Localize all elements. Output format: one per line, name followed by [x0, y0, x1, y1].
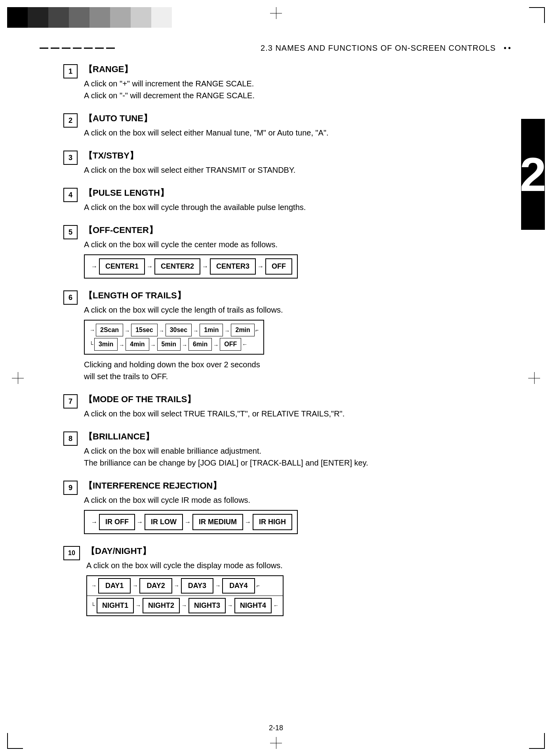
ir-medium: IR MEDIUM	[192, 514, 243, 530]
section-txstby: 3 【TX/STBY】 A click on the box will sele…	[63, 150, 512, 176]
night1: NIGHT1	[97, 598, 134, 613]
section-body-mode-trails: A click on the box will select TRUE TRAI…	[84, 408, 512, 420]
trails-off: OFF	[220, 338, 241, 351]
section-mode-trails: 7 【MODE OF THE TRAILS】 A click on the bo…	[63, 393, 512, 420]
section-body-daynight: A click on the box will cycle the displa…	[86, 559, 512, 616]
section-num-7: 7	[63, 394, 78, 409]
day1: DAY1	[98, 578, 131, 594]
night-row: └ NIGHT1 → NIGHT2 → NIGHT3 → NIGHT4 ←	[87, 596, 283, 615]
section-num-5: 5	[63, 225, 78, 239]
header-dots: ••	[504, 44, 512, 53]
chapter-badge: 2	[521, 119, 545, 230]
arrow-t6	[149, 338, 157, 350]
ir-line1: A click on the box will cycle IR mode as…	[84, 494, 512, 506]
pulse-line1: A click on the box will cycle through th…	[84, 201, 512, 213]
section-offcenter: 5 【OFF-CENTER】 A click on the box will c…	[63, 224, 512, 279]
arrow-before-ir-off	[91, 517, 97, 527]
main-content: 1 【RANGE】 A click on "+" will increment …	[63, 63, 512, 627]
section-body-autotune: A click on the box will select either Ma…	[84, 127, 512, 139]
corner-mark-bl	[7, 733, 23, 749]
section-content-5: 【OFF-CENTER】 A click on the box will cyc…	[84, 224, 512, 279]
crosshair-left	[12, 372, 24, 384]
trails-4min: 4min	[126, 338, 149, 351]
day-row: → DAY1 → DAY2 → DAY3 → DAY4 ⌐	[87, 576, 283, 596]
night4: NIGHT4	[234, 598, 272, 613]
section-content-8: 【BRILLIANCE】 A click on the box will ena…	[84, 431, 512, 469]
txstby-line1: A click on the box will select either TR…	[84, 164, 512, 176]
arrow-t4	[223, 324, 231, 336]
section-ir: 9 【INTERFERENCE REJECTION】 A click on th…	[63, 480, 512, 534]
section-title-trails: 【LENGTH OF TRAILS】	[84, 290, 512, 302]
arrow-center3-off	[257, 262, 264, 271]
color-block-1	[7, 7, 28, 28]
trails-line1: A click on the box will cycle the length…	[84, 304, 512, 316]
section-num-1: 1	[63, 64, 78, 78]
arrow-t1	[123, 324, 131, 336]
mode-trails-line1: A click on the box will select TRUE TRAI…	[84, 408, 512, 420]
section-title-range: 【RANGE】	[84, 63, 512, 75]
color-block-8	[151, 7, 172, 28]
section-num-3: 3	[63, 151, 78, 165]
autotune-line1: A click on the box will select either Ma…	[84, 127, 512, 139]
color-block-5	[89, 7, 110, 28]
section-title-daynight: 【DAY/NIGHT】	[86, 545, 512, 557]
trails-5min: 5min	[157, 338, 181, 351]
ir-flow-row: IR OFF IR LOW IR MEDIUM IR HIGH	[89, 514, 292, 530]
offcenter-flow: CENTER1 CENTER2 CENTER3 OFF	[84, 254, 298, 279]
flow-center2: CENTER2	[154, 258, 200, 275]
page-number: 2-18	[269, 724, 283, 732]
section-body-brilliance: A click on the box will enable brillianc…	[84, 445, 512, 469]
flow-center3: CENTER3	[210, 258, 256, 275]
section-content-3: 【TX/STBY】 A click on the box will select…	[84, 150, 512, 176]
daynight-line1: A click on the box will cycle the displa…	[86, 559, 512, 571]
section-content-7: 【MODE OF THE TRAILS】 A click on the box …	[84, 393, 512, 420]
trails-2min: 2min	[231, 324, 254, 336]
color-block-6	[110, 7, 131, 28]
day3: DAY3	[181, 578, 213, 594]
color-bar	[7, 7, 172, 28]
section-num-9: 9	[63, 481, 78, 495]
section-title-ir: 【INTERFERENCE REJECTION】	[84, 480, 512, 492]
range-line2: A click on "-" will decrement the RANGE …	[84, 90, 512, 101]
trails-15sec: 15sec	[131, 324, 158, 336]
color-block-7	[131, 7, 151, 28]
trails-flow-diagram: → 2Scan 15sec 30sec 1min 2min ⌐ └	[84, 320, 264, 355]
section-content-1: 【RANGE】 A click on "+" will increment th…	[84, 63, 512, 101]
night2: NIGHT2	[143, 598, 180, 613]
arrow-ir-med-high	[245, 517, 251, 527]
section-title-brilliance: 【BRILLIANCE】	[84, 431, 512, 443]
arrow-before-center1	[91, 262, 97, 271]
trails-note: Clicking and holding down the box over 2…	[84, 359, 512, 382]
corner-mark-tr	[529, 7, 545, 23]
color-block-2	[28, 7, 48, 28]
arrow-t7	[181, 338, 188, 350]
range-line1: A click on "+" will increment the RANGE …	[84, 78, 512, 90]
arrow-t3	[192, 324, 200, 336]
trails-note-line2: will set the trails to OFF.	[84, 370, 512, 382]
arrow-center2-center3	[202, 262, 208, 271]
offcenter-line1: A click on the box will cycle the center…	[84, 239, 512, 250]
night3: NIGHT3	[188, 598, 226, 613]
trails-row2: └ 3min 4min 5min 6min OFF ←	[89, 338, 259, 351]
section-body-trails: A click on the box will cycle the length…	[84, 304, 512, 382]
arrow-ir-off-low	[137, 517, 143, 527]
section-content-2: 【AUTO TUNE】 A click on the box will sele…	[84, 113, 512, 139]
ir-flow: IR OFF IR LOW IR MEDIUM IR HIGH	[84, 510, 298, 534]
trails-6min: 6min	[188, 338, 212, 351]
section-daynight: 10 【DAY/NIGHT】 A click on the box will c…	[63, 545, 512, 616]
section-num-10: 10	[63, 546, 80, 560]
section-title-pulse: 【PULSE LENGTH】	[84, 187, 512, 199]
corner-mark-br	[529, 733, 545, 749]
section-body-txstby: A click on the box will select either TR…	[84, 164, 512, 176]
ir-low: IR LOW	[145, 514, 183, 530]
brilliance-line1: A click on the box will enable brillianc…	[84, 445, 512, 457]
crosshair-top	[270, 7, 282, 19]
trails-3min: 3min	[94, 338, 118, 351]
section-content-10: 【DAY/NIGHT】 A click on the box will cycl…	[86, 545, 512, 616]
section-range: 1 【RANGE】 A click on "+" will increment …	[63, 63, 512, 101]
section-trails: 6 【LENGTH OF TRAILS】 A click on the box …	[63, 290, 512, 382]
section-body-offcenter: A click on the box will cycle the center…	[84, 239, 512, 279]
section-autotune: 2 【AUTO TUNE】 A click on the box will se…	[63, 113, 512, 139]
section-content-9: 【INTERFERENCE REJECTION】 A click on the …	[84, 480, 512, 534]
day2: DAY2	[139, 578, 172, 594]
